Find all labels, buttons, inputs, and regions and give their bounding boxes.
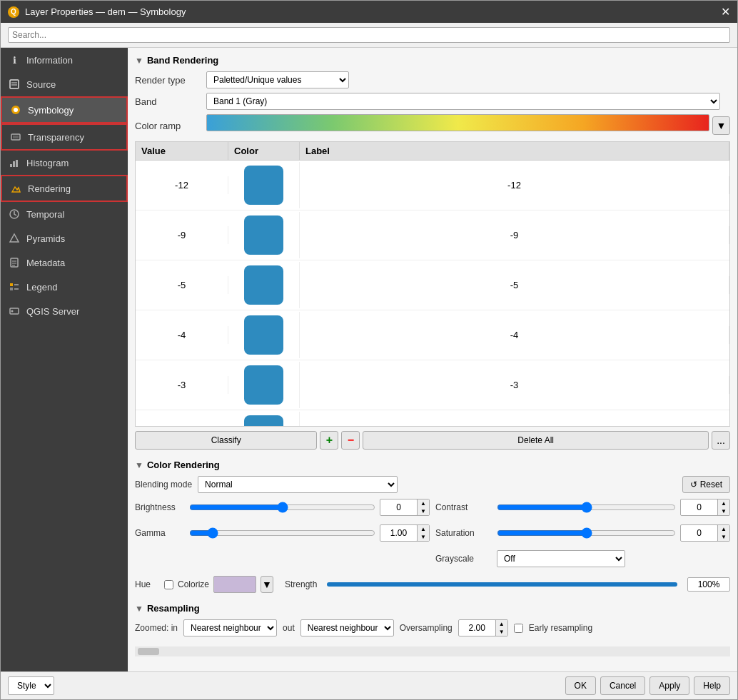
oversampling-up[interactable]: ▲: [496, 620, 507, 628]
color-ramp-label: Color ramp: [135, 121, 206, 131]
cell-value: -4: [136, 326, 228, 344]
color-rendering-arrow[interactable]: ▼: [135, 460, 143, 470]
svg-point-13: [11, 310, 14, 313]
saturation-spinbox-btns: ▲ ▼: [717, 525, 729, 541]
sidebar-item-symbology[interactable]: Symbology: [1, 96, 128, 123]
blending-row: Blending mode Normal ↺ Reset: [135, 476, 730, 493]
oversampling-value[interactable]: [459, 620, 495, 636]
help-button[interactable]: Help: [694, 676, 730, 695]
band-rendering-title: Band Rendering: [147, 55, 218, 66]
close-button[interactable]: ✕: [721, 5, 730, 19]
sidebar-item-transparency[interactable]: Transparency: [1, 123, 128, 151]
svg-rect-4: [13, 136, 19, 138]
gamma-slider[interactable]: [189, 527, 375, 539]
colorize-color-preview[interactable]: [213, 576, 256, 593]
svg-rect-6: [13, 161, 15, 167]
early-resampling-checkbox[interactable]: [514, 624, 523, 633]
sidebar-item-label: Transparency: [28, 132, 84, 143]
zoomed-out-select[interactable]: Nearest neighbour Bilinear Cubic: [300, 619, 394, 636]
render-type-label: Render type: [135, 75, 206, 86]
remove-row-button[interactable]: −: [341, 431, 360, 450]
color-ramp-dropdown[interactable]: ▼: [712, 116, 730, 135]
brightness-slider[interactable]: [189, 502, 375, 513]
color-rendering-section: ▼ Color Rendering Blending mode Normal ↺…: [135, 460, 730, 593]
band-row: Band Band 1 (Gray): [135, 93, 730, 110]
sidebar-item-histogram[interactable]: Histogram: [1, 151, 128, 175]
resampling-section: ▼ Resampling Zoomed: in Nearest neighbou…: [135, 603, 730, 636]
cell-color[interactable]: [228, 262, 300, 308]
classify-button[interactable]: Classify: [135, 431, 317, 450]
sidebar-item-legend[interactable]: Legend: [1, 275, 128, 299]
blending-mode-select[interactable]: Normal: [198, 476, 398, 493]
brightness-spinbox-btns: ▲ ▼: [417, 499, 429, 515]
blending-mode-label: Blending mode: [135, 480, 192, 490]
color-rendering-title: Color Rendering: [147, 460, 220, 470]
contrast-slider[interactable]: [497, 502, 676, 513]
style-select[interactable]: Style: [8, 676, 54, 695]
render-type-row: Render type Paletted/Unique values: [135, 71, 730, 88]
ok-button[interactable]: OK: [565, 676, 596, 695]
sidebar-item-pyramids[interactable]: Pyramids: [1, 226, 128, 250]
color-ramp-swatch[interactable]: [206, 114, 709, 131]
cell-value: -12: [136, 176, 228, 194]
cell-color[interactable]: [228, 412, 300, 427]
more-options-button[interactable]: ...: [712, 431, 730, 450]
table-row: -5 -5: [136, 260, 729, 310]
reset-button[interactable]: ↺ Reset: [682, 476, 730, 493]
resampling-arrow[interactable]: ▼: [135, 604, 143, 614]
zoomed-in-select[interactable]: Nearest neighbour Bilinear Cubic: [183, 619, 277, 636]
cell-color[interactable]: [228, 312, 300, 358]
contrast-down[interactable]: ▼: [718, 507, 729, 515]
apply-button[interactable]: Apply: [649, 676, 689, 695]
saturation-value[interactable]: [681, 525, 717, 541]
add-row-button[interactable]: +: [320, 431, 338, 450]
band-select[interactable]: Band 1 (Gray): [206, 93, 720, 110]
band-rendering-arrow[interactable]: ▼: [135, 56, 143, 66]
oversampling-down[interactable]: ▼: [496, 628, 507, 636]
cell-color[interactable]: [228, 212, 300, 258]
contrast-row: Contrast ▲ ▼: [435, 499, 730, 516]
main-content: ℹ Information Source Symbology Transpar: [1, 48, 737, 671]
contrast-spinbox-btns: ▲ ▼: [717, 499, 729, 515]
gamma-up[interactable]: ▲: [418, 525, 429, 533]
col-color: Color: [228, 142, 300, 160]
colorize-dropdown[interactable]: ▼: [261, 576, 273, 593]
titlebar: Q Layer Properties — dem — Symbology ✕: [1, 1, 737, 23]
rendering-icon: [9, 182, 22, 195]
temporal-icon: [8, 208, 21, 220]
render-type-select[interactable]: Paletted/Unique values: [206, 71, 349, 88]
saturation-slider[interactable]: [497, 527, 676, 539]
scrollbar-thumb-h[interactable]: [138, 648, 159, 655]
information-icon: ℹ: [8, 54, 21, 66]
cell-color[interactable]: [228, 362, 300, 408]
grayscale-select[interactable]: Off By luminosity By lightness By averag…: [497, 550, 625, 567]
cell-value: -5: [136, 276, 228, 294]
search-input[interactable]: [8, 27, 730, 43]
sidebar-item-metadata[interactable]: Metadata: [1, 250, 128, 275]
colorize-checkbox[interactable]: [164, 580, 173, 589]
sidebar-item-temporal[interactable]: Temporal: [1, 202, 128, 226]
saturation-up[interactable]: ▲: [718, 525, 729, 533]
saturation-down[interactable]: ▼: [718, 533, 729, 541]
gamma-value[interactable]: [380, 525, 417, 541]
contrast-value[interactable]: [681, 499, 717, 515]
out-label: out: [283, 623, 295, 633]
gamma-label: Gamma: [135, 528, 185, 538]
sidebar-item-rendering[interactable]: Rendering: [1, 175, 128, 202]
gamma-down[interactable]: ▼: [418, 533, 429, 541]
color-rendering-header: ▼ Color Rendering: [135, 460, 730, 470]
brightness-value[interactable]: [380, 499, 417, 515]
contrast-up[interactable]: ▲: [718, 499, 729, 507]
delete-all-button[interactable]: Delete All: [363, 431, 709, 450]
strength-slider-track[interactable]: [327, 582, 677, 587]
layer-properties-window: Q Layer Properties — dem — Symbology ✕ ℹ…: [0, 0, 738, 700]
strength-value[interactable]: [688, 578, 729, 591]
cell-color[interactable]: [228, 162, 300, 208]
sidebar-item-source[interactable]: Source: [1, 72, 128, 96]
horizontal-scrollbar[interactable]: [135, 646, 730, 656]
sidebar-item-information[interactable]: ℹ Information: [1, 48, 128, 72]
brightness-down[interactable]: ▼: [418, 507, 429, 515]
cancel-button[interactable]: Cancel: [600, 676, 645, 695]
sidebar-item-qgis-server[interactable]: QGIS Server: [1, 299, 128, 323]
brightness-up[interactable]: ▲: [418, 499, 429, 507]
